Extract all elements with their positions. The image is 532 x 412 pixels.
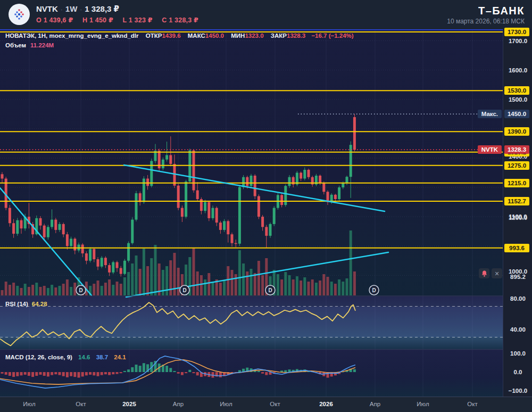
level-axis-badge: 1530.0 xyxy=(504,86,529,95)
novatek-logo xyxy=(9,4,30,25)
chart-canvas[interactable]: DDDD xyxy=(0,29,503,397)
horizontal-level-lines xyxy=(0,32,503,248)
alert-bell-button[interactable] xyxy=(479,268,489,278)
time-axis-label: 2026 xyxy=(319,401,333,407)
macd-axis-label: −100.0 xyxy=(503,387,532,394)
price-axis-label: 1700.0 xyxy=(503,37,532,45)
level-axis-badge: 1390.0 xyxy=(504,127,529,136)
time-axis-label: Окт xyxy=(270,401,280,407)
dot-separator: · xyxy=(77,6,85,13)
novatek-logo-glyph xyxy=(12,7,26,21)
close-icon: × xyxy=(495,270,499,277)
price-axis-label: 1500.0 xyxy=(503,96,532,103)
time-axis-label: Июл xyxy=(220,401,232,407)
time-axis-label: Июл xyxy=(23,401,35,407)
symbol-row: NVTK·1W·1 328,3 ₽ xyxy=(36,4,119,14)
symbol-ticker: NVTK xyxy=(36,4,58,13)
legend-title: НОВАТЭК, 1Н, moex_mrng_evng_e_wknd_dlr xyxy=(5,32,139,39)
time-axis-label: Апр xyxy=(173,401,184,407)
rsi-axis-label: 40.00 xyxy=(503,326,532,333)
close-alert-button[interactable]: × xyxy=(492,268,502,278)
level-axis-badge: 1730.0 xyxy=(504,28,529,36)
chart-area[interactable]: DDDD НОВАТЭК, 1Н, moex_mrng_evng_e_wknd_… xyxy=(0,29,532,397)
rsi-axis-label: 80.00 xyxy=(503,295,532,302)
max-price-label: Макс. xyxy=(478,110,502,118)
timeframe: 1W xyxy=(65,4,78,13)
svg-text:D: D xyxy=(79,287,82,293)
level-axis-badge: 1152.7 xyxy=(504,197,529,205)
macd-legend: MACD (12, 26, close, 9) 14.6 38.7 24.1 xyxy=(5,354,126,360)
datetime: 10 марта 2026, 06:18 МСК xyxy=(447,18,525,25)
time-axis-label: Июл xyxy=(417,401,429,407)
bell-icon xyxy=(481,270,487,277)
time-axis-label: Окт xyxy=(467,401,477,407)
time-axis-label: 2025 xyxy=(122,401,136,407)
macd-axis-label: 0.0 xyxy=(503,368,532,376)
svg-text:D: D xyxy=(268,287,272,293)
level-axis-badge: 1215.0 xyxy=(504,179,529,187)
bank-logo-text: Т–БАНК xyxy=(478,5,525,17)
rsi-legend: RSI (14)64.28 xyxy=(5,301,47,307)
trading-app: { "header": { "symbol": "NVTK", "timefra… xyxy=(0,0,532,412)
dot-separator: · xyxy=(58,6,65,13)
rsi-band xyxy=(0,307,503,337)
svg-text:D: D xyxy=(372,287,376,293)
macd-axis-label: 100.0 xyxy=(503,350,532,357)
price-axis-label: 895.2 xyxy=(503,273,532,281)
time-axis-label: Окт xyxy=(76,401,86,407)
price-axis[interactable]: 1700.01600.01500.01400.01200.01100.01000… xyxy=(503,29,532,397)
level-axis-badge: 1275.0 xyxy=(504,161,529,170)
change-value: −16.7 (−1.24%) xyxy=(311,32,353,39)
price-axis-label: 1100.0 xyxy=(503,213,532,220)
last-price-symbol-label: NVTK xyxy=(478,145,502,154)
header-bar: NVTK·1W·1 328,3 ₽ О 1 439,6 ₽ Н 1 450 ₽ … xyxy=(0,0,532,29)
time-axis-label: Апр xyxy=(370,401,380,407)
time-axis[interactable]: ИюлОкт2025АпрИюлОкт2026АпрИюлОкт xyxy=(0,397,532,412)
chart-legend: НОВАТЭК, 1Н, moex_mrng_evng_e_wknd_dlr О… xyxy=(5,32,354,39)
last-price: 1 328,3 ₽ xyxy=(85,4,119,13)
price-axis-label: 1600.0 xyxy=(503,67,532,74)
max-price-axis-badge: 1450.0 xyxy=(504,110,529,118)
volume-legend: Объем11.224M xyxy=(5,42,54,48)
level-axis-badge: 993.6 xyxy=(504,244,529,252)
svg-text:D: D xyxy=(182,287,186,293)
last-price-axis-badge: 1328.3 xyxy=(504,145,529,154)
ohlc-row: О 1 439,6 ₽ Н 1 450 ₽ L 1 323 ₽ С 1 328,… xyxy=(36,16,206,24)
vertical-gridlines xyxy=(29,30,472,397)
